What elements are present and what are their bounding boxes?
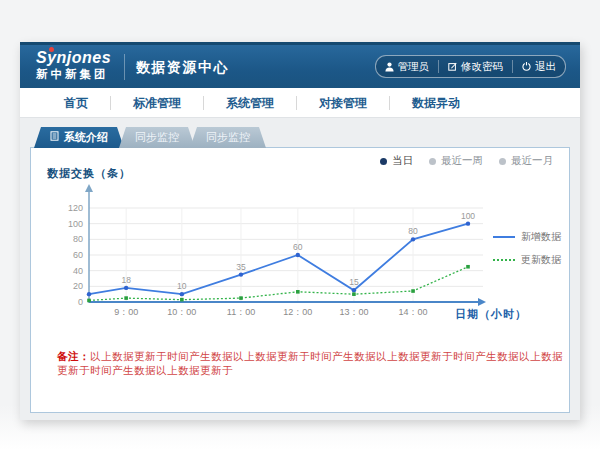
y-tick-label: 60	[73, 250, 83, 260]
logo-divider	[124, 54, 125, 80]
data-point	[466, 265, 470, 269]
logout-button[interactable]: 退出	[512, 60, 565, 73]
brand-name: Synjones	[36, 49, 111, 67]
line-chart-svg: 0204060801001209：0010：0011：0012：0013：001…	[31, 148, 569, 333]
data-point	[411, 237, 415, 241]
point-label: 100	[461, 211, 475, 221]
logout-label: 退出	[535, 60, 556, 74]
point-label: 80	[408, 226, 418, 236]
legend-new-data: 新增数据	[493, 230, 561, 244]
tab-sync-monitor-2[interactable]: 同步监控	[190, 127, 266, 148]
power-icon	[522, 62, 531, 71]
legend-new-data-label: 新增数据	[521, 230, 561, 244]
data-point	[180, 298, 184, 302]
y-axis-arrow	[85, 184, 93, 192]
data-point	[124, 296, 128, 300]
data-point	[239, 296, 243, 300]
nav-item-system-mgmt[interactable]: 系统管理	[203, 96, 296, 110]
point-label: 18	[121, 275, 131, 285]
data-point	[239, 272, 243, 276]
series-line-1	[89, 267, 468, 301]
x-tick-label: 9：00	[114, 307, 138, 317]
user-account-label: 管理员	[398, 60, 430, 74]
point-label: 15	[349, 277, 359, 287]
data-point	[352, 292, 356, 296]
logo: Synjones 新中新集团	[36, 49, 111, 81]
user-icon	[385, 62, 394, 72]
point-label: 35	[236, 262, 246, 272]
page-title: 数据资源中心	[136, 59, 229, 77]
legend-update-data-label: 更新数据	[521, 253, 561, 267]
tab-sync-monitor-1[interactable]: 同步监控	[119, 127, 195, 148]
footnote: 备注：以上数据更新于时间产生数据以上数据更新于时间产生数据以上数据更新于时间产生…	[57, 350, 569, 378]
user-menu: 管理员 修改密码 退出	[375, 55, 567, 78]
header: Synjones 新中新集团 数据资源中心 管理员 修改密码	[20, 42, 580, 88]
footnote-prefix: 备注：	[57, 350, 90, 362]
point-label: 10	[177, 281, 187, 291]
nav-item-data-change[interactable]: 数据异动	[389, 96, 482, 110]
company-name: 新中新集团	[36, 67, 111, 81]
chart-legend: 新增数据 更新数据	[493, 230, 561, 267]
main-nav: 首页 标准管理 系统管理 对接管理 数据异动	[20, 88, 580, 118]
y-tick-label: 40	[73, 266, 83, 276]
y-tick-label: 20	[73, 281, 83, 291]
x-tick-label: 11：00	[227, 307, 255, 317]
user-account-button[interactable]: 管理员	[376, 60, 439, 73]
app-window: Synjones 新中新集团 数据资源中心 管理员 修改密码	[20, 42, 580, 420]
edit-icon	[448, 62, 457, 71]
y-tick-label: 120	[68, 203, 83, 213]
document-icon	[50, 127, 59, 148]
change-password-button[interactable]: 修改密码	[438, 60, 512, 73]
legend-line-dotted-icon	[493, 258, 515, 262]
tab-sync-monitor-2-label: 同步监控	[206, 127, 250, 148]
legend-line-solid-icon	[493, 235, 515, 239]
data-point	[296, 290, 300, 294]
point-label: 60	[293, 242, 303, 252]
chart-panel: 当日 最近一周 最近一月 数据交换（条） 日期（小时） 020406080100…	[30, 147, 570, 413]
footnote-body: 以上数据更新于时间产生数据以上数据更新于时间产生数据以上数据更新于时间产生数据以…	[57, 350, 563, 376]
x-tick-label: 12：00	[283, 307, 312, 317]
data-point	[411, 289, 415, 293]
change-password-label: 修改密码	[461, 60, 503, 74]
data-point	[352, 288, 356, 292]
y-tick-label: 0	[78, 297, 83, 307]
content-area: 系统介绍 同步监控 同步监控 当日 最近一周	[20, 118, 580, 420]
tab-system-intro[interactable]: 系统介绍	[34, 127, 124, 148]
data-point	[466, 221, 470, 225]
nav-item-home[interactable]: 首页	[42, 96, 110, 110]
legend-update-data: 更新数据	[493, 253, 561, 267]
x-tick-label: 14：00	[399, 307, 428, 317]
x-tick-label: 13：00	[339, 307, 368, 317]
data-point	[124, 286, 128, 290]
data-point	[180, 292, 184, 296]
data-point	[296, 253, 300, 257]
nav-item-integration-mgmt[interactable]: 对接管理	[296, 96, 389, 110]
nav-item-standard-mgmt[interactable]: 标准管理	[110, 96, 203, 110]
y-tick-label: 100	[68, 219, 83, 229]
tab-sync-monitor-1-label: 同步监控	[135, 127, 179, 148]
x-axis-arrow	[478, 298, 486, 306]
data-point	[87, 292, 91, 296]
y-tick-label: 80	[73, 234, 83, 244]
tab-bar: 系统介绍 同步监控 同步监控	[34, 127, 266, 148]
tab-system-intro-label: 系统介绍	[64, 127, 108, 148]
x-tick-label: 10：00	[167, 307, 196, 317]
data-point	[87, 299, 91, 303]
brand-dot	[49, 47, 54, 52]
